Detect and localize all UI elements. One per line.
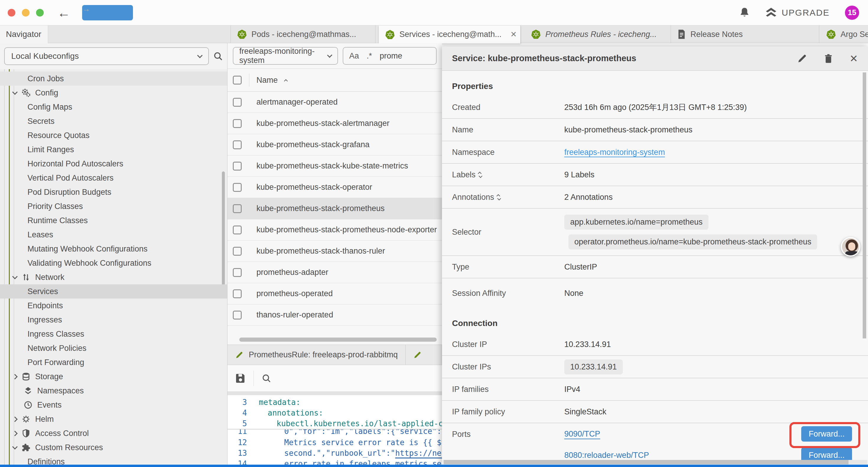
navigator-panel-tab[interactable]: Navigator bbox=[0, 25, 48, 43]
sort-ascending-icon[interactable] bbox=[284, 79, 288, 83]
notifications-bell-icon[interactable] bbox=[739, 7, 750, 18]
service-row[interactable]: thanos-ruler-operated bbox=[227, 304, 442, 326]
delete-trash-icon[interactable] bbox=[824, 53, 833, 64]
sidebar-item-priority-classes[interactable]: Priority Classes bbox=[0, 199, 227, 213]
forward-port-button[interactable]: Forward... bbox=[801, 426, 852, 442]
namespace-link[interactable]: freeleaps-monitoring-system bbox=[564, 148, 665, 157]
selector-chip[interactable]: operator.prometheus.io/name=kube-prometh… bbox=[568, 234, 817, 250]
sidebar-item-events[interactable]: Events bbox=[0, 398, 227, 412]
tab-pods[interactable]: Pods - icecheng@mathmas... bbox=[230, 25, 375, 43]
row-checkbox[interactable] bbox=[233, 162, 242, 171]
tab-prometheus-rules[interactable]: Prometheus Rules - icecheng... bbox=[525, 25, 671, 43]
sidebar-item-pod-disruption-budgets[interactable]: Pod Disruption Budgets bbox=[0, 185, 227, 199]
service-row[interactable]: kube-prometheus-stack-kube-state-metrics bbox=[227, 155, 442, 177]
edit-pencil-icon[interactable] bbox=[797, 54, 807, 63]
row-checkbox[interactable] bbox=[233, 98, 242, 107]
sidebar-item-secrets[interactable]: Secrets bbox=[0, 114, 227, 128]
sidebar-item-services[interactable]: Services bbox=[0, 284, 227, 298]
regex-toggle[interactable]: .* bbox=[367, 52, 372, 61]
cluster-ip-chip[interactable]: 10.233.14.91 bbox=[564, 359, 623, 375]
chevron-right-icon bbox=[12, 431, 18, 436]
namespace-selector[interactable]: freeleaps-monitoring-system bbox=[233, 47, 338, 65]
select-all-checkbox[interactable] bbox=[233, 76, 242, 85]
row-checkbox[interactable] bbox=[233, 183, 242, 192]
sidebar-item-storage[interactable]: Storage bbox=[0, 370, 227, 384]
service-row[interactable]: kube-prometheus-stack-operator bbox=[227, 177, 442, 198]
forward-port-button[interactable]: Forward... bbox=[801, 447, 852, 460]
sidebar-item-network-policies[interactable]: Network Policies bbox=[0, 341, 227, 355]
sidebar-item-helm[interactable]: Helm bbox=[0, 412, 227, 426]
close-tab-icon[interactable]: ✕ bbox=[510, 30, 517, 39]
search-icon[interactable] bbox=[213, 51, 223, 61]
clock-icon bbox=[23, 401, 33, 409]
service-row-selected[interactable]: kube-prometheus-stack-prometheus bbox=[227, 198, 442, 219]
editor-tab-partial[interactable] bbox=[406, 345, 442, 365]
sidebar-item-port-forwarding[interactable]: Port Forwarding bbox=[0, 355, 227, 370]
port-link-8080[interactable]: 8080:reloader-web/TCP bbox=[564, 451, 649, 460]
row-checkbox[interactable] bbox=[233, 226, 242, 234]
sidebar-item-vertical-pod-autoscalers[interactable]: Vertical Pod Autoscalers bbox=[0, 171, 227, 185]
match-case-toggle[interactable]: Aa bbox=[349, 52, 359, 61]
service-row[interactable]: kube-prometheus-stack-alertmanager bbox=[227, 113, 442, 134]
port-link-9090[interactable]: 9090/TCP bbox=[564, 430, 600, 439]
avatar[interactable] bbox=[841, 237, 860, 257]
sidebar-item-resource-quotas[interactable]: Resource Quotas bbox=[0, 128, 227, 143]
tab-label: Prometheus Rules - icecheng... bbox=[546, 30, 657, 39]
service-row[interactable]: prometheus-operated bbox=[227, 283, 442, 304]
sidebar-item-namespaces[interactable]: Namespaces bbox=[0, 384, 227, 398]
sidebar-item-custom-resources[interactable]: Custom Resources bbox=[0, 440, 227, 455]
expand-labels-icon[interactable] bbox=[479, 171, 482, 178]
row-checkbox[interactable] bbox=[233, 119, 242, 128]
sidebar-item-leases[interactable]: Leases bbox=[0, 228, 227, 242]
sidebar-item-ingress-classes[interactable]: Ingress Classes bbox=[0, 327, 227, 341]
service-row[interactable]: kube-prometheus-stack-grafana bbox=[227, 134, 442, 155]
detail-horizontal-scrollbar[interactable] bbox=[444, 460, 848, 464]
save-icon[interactable] bbox=[235, 373, 246, 384]
tab-argo[interactable]: Argo Se bbox=[820, 25, 868, 43]
tab-services[interactable]: Services - icecheng@math... ✕ bbox=[379, 25, 521, 43]
sidebar-item-network[interactable]: Network bbox=[0, 270, 227, 284]
sidebar-item-ingresses[interactable]: Ingresses bbox=[0, 313, 227, 327]
runbook-url-link[interactable]: https://net bbox=[395, 449, 446, 458]
editor-tab-prometheusrule[interactable]: PrometheusRule: freeleaps-prod-rabbitmq bbox=[227, 345, 406, 365]
tab-release-notes[interactable]: Release Notes bbox=[671, 25, 819, 43]
notification-count-badge[interactable]: 15 bbox=[845, 6, 859, 20]
sidebar-item-config[interactable]: Config bbox=[0, 86, 227, 100]
zoom-window-button[interactable] bbox=[36, 9, 44, 17]
sidebar-item-cron-jobs[interactable]: Cron Jobs bbox=[0, 71, 227, 86]
sidebar-item-access-control[interactable]: Access Control bbox=[0, 426, 227, 440]
service-row[interactable]: prometheus-adapter bbox=[227, 262, 442, 283]
row-checkbox[interactable] bbox=[233, 289, 242, 298]
sidebar-item-endpoints[interactable]: Endpoints bbox=[0, 298, 227, 313]
sidebar-item-validating-webhook-configurations[interactable]: Validating Webhook Configurations bbox=[0, 256, 227, 270]
row-checkbox[interactable] bbox=[233, 311, 242, 320]
selector-chip[interactable]: app.kubernetes.io/name=prometheus bbox=[564, 214, 709, 230]
kubeconfig-selector[interactable]: Local Kubeconfigs bbox=[4, 47, 209, 65]
close-panel-icon[interactable]: ✕ bbox=[850, 53, 858, 64]
horizontal-scrollbar[interactable] bbox=[239, 338, 437, 342]
search-icon[interactable] bbox=[261, 373, 272, 383]
sidebar-item-mutating-webhook-configurations[interactable]: Mutating Webhook Configurations bbox=[0, 242, 227, 256]
row-checkbox[interactable] bbox=[233, 204, 242, 213]
expand-annotations-icon[interactable] bbox=[498, 194, 500, 201]
sidebar-item-runtime-classes[interactable]: Runtime Classes bbox=[0, 213, 227, 228]
upgrade-button[interactable]: UPGRADE bbox=[765, 8, 830, 18]
row-checkbox[interactable] bbox=[233, 247, 242, 256]
sidebar-item-config-maps[interactable]: Config Maps bbox=[0, 100, 227, 114]
yaml-code-view[interactable]: 3metadata: 4annotations: 5kubectl.kubern… bbox=[227, 395, 442, 467]
service-row[interactable]: alertmanager-operated bbox=[227, 92, 442, 113]
filter-input[interactable]: Aa .* prome bbox=[343, 47, 437, 65]
row-checkbox[interactable] bbox=[233, 268, 242, 277]
close-window-button[interactable] bbox=[8, 9, 16, 17]
name-column-header[interactable]: Name bbox=[256, 76, 278, 85]
minimize-window-button[interactable] bbox=[22, 9, 30, 17]
helm-wheel-icon bbox=[21, 415, 31, 424]
back-button[interactable]: ← bbox=[57, 6, 70, 19]
sidebar-item-limit-ranges[interactable]: Limit Ranges bbox=[0, 143, 227, 157]
service-row[interactable]: kube-prometheus-stack-thanos-ruler bbox=[227, 241, 442, 262]
row-checkbox[interactable] bbox=[233, 140, 242, 149]
detail-vertical-scrollbar[interactable] bbox=[863, 72, 866, 339]
forward-button[interactable]: → bbox=[82, 5, 133, 20]
sidebar-item-horizontal-pod-autoscalers[interactable]: Horizontal Pod Autoscalers bbox=[0, 157, 227, 171]
service-row[interactable]: kube-prometheus-stack-prometheus-node-ex… bbox=[227, 219, 442, 241]
